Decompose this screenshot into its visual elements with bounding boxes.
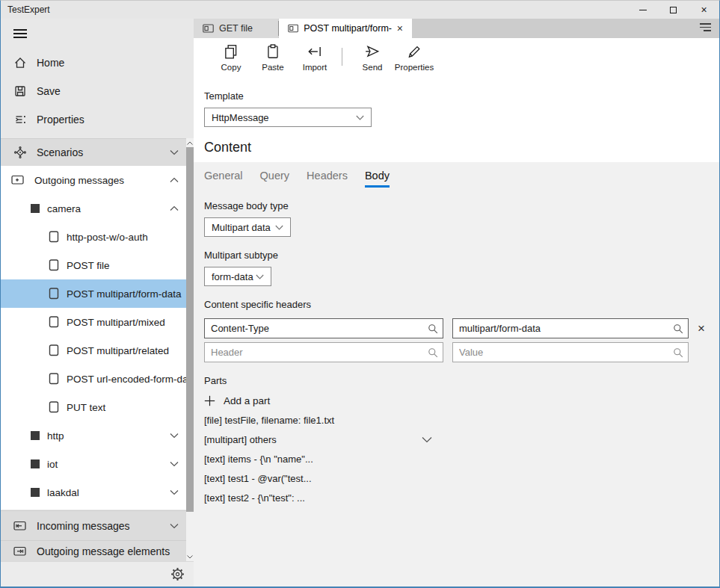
sidebar-scrollbar[interactable] [186, 138, 194, 561]
outgoing-messages-tree: Outgoing messages camera http-post-w/o-a… [1, 166, 194, 510]
tree-group-iot[interactable]: iot [1, 450, 194, 478]
search-icon [673, 347, 683, 358]
properties-button[interactable]: Properties [393, 43, 435, 72]
part-item-text-test2[interactable]: [text] test2 - {\n"test": ... [204, 492, 709, 504]
message-item-icon [49, 344, 59, 356]
header-name-input[interactable] [204, 318, 443, 338]
tree-group-label: http [47, 430, 64, 442]
part-item-text-items[interactable]: [text] items - {\n "name"... [204, 454, 709, 465]
tab-label: POST multipart/form-d [304, 23, 392, 34]
sidebar-item-save[interactable]: Save [1, 77, 194, 105]
message-item-icon [49, 288, 59, 300]
tree-item-label: POST multipart/mixed [67, 317, 165, 328]
section-label: Scenarios [37, 146, 83, 158]
tree-item-label: http-post-w/o-auth [67, 232, 148, 243]
part-item-file-testfile[interactable]: [file] testFile, filename: file1.txt [204, 415, 709, 426]
remove-header-icon[interactable]: × [698, 321, 705, 336]
settings-button[interactable] [170, 567, 185, 581]
tab-post-multipart-form-data[interactable]: POST multipart/form-d × [279, 19, 412, 38]
template-section: Template HttpMessage [194, 81, 719, 127]
tree-group-camera[interactable]: camera [1, 194, 194, 223]
tree-group-label: laakdal [47, 487, 79, 498]
send-icon [364, 43, 381, 60]
window-controls: × [627, 1, 719, 19]
tree-group-laakdal[interactable]: laakdal [1, 478, 194, 507]
tree-item-post-file[interactable]: POST file [1, 251, 194, 279]
tree-root-label: Outgoing messages [34, 175, 124, 186]
multipart-subtype-label: Multipart subtype [204, 250, 709, 261]
tree-item-post-multipart-related[interactable]: POST multipart/related [1, 336, 194, 365]
search-icon [428, 324, 438, 334]
chevron-down-icon [356, 115, 364, 120]
tree-item-label: POST multipart/form-data [67, 288, 182, 300]
part-item-text-test1[interactable]: [text] test1 - @var("test... [204, 473, 709, 484]
document-tabstrip: GET file POST multipart/form-d × [194, 19, 719, 38]
tree-item-post-multipart-form-data[interactable]: POST multipart/form-data [1, 279, 194, 308]
message-body-type-dropdown[interactable]: Multipart data [204, 217, 291, 237]
tree-group-http[interactable]: http [1, 421, 194, 450]
tab-close-icon[interactable]: × [397, 22, 403, 34]
parts-label: Parts [204, 375, 709, 386]
minimize-button[interactable] [627, 1, 658, 19]
tab-headers[interactable]: Headers [307, 170, 348, 188]
part-label: [file] testFile, filename: file1.txt [204, 415, 334, 426]
toolbar-label: Copy [221, 63, 241, 72]
folder-icon [31, 488, 40, 497]
import-icon [307, 43, 323, 60]
send-button[interactable]: Send [351, 43, 393, 72]
tree-item-label: PUT text [67, 402, 105, 413]
incoming-messages-icon [13, 520, 27, 532]
tree-item-put-text[interactable]: PUT text [1, 393, 194, 421]
tabstrip-menu-icon[interactable] [700, 23, 711, 31]
content-specific-headers-label: Content specific headers [204, 299, 709, 310]
sidebar-item-home[interactable]: Home [1, 49, 194, 77]
part-item-multipart-others[interactable]: [multipart] others [204, 434, 432, 445]
sidebar-section-outgoing-messages[interactable]: Outgoing messages [1, 166, 194, 194]
sidebar-section-outgoing-message-elements[interactable]: Outgoing message elements [1, 540, 194, 561]
template-dropdown[interactable]: HttpMessage [204, 108, 372, 127]
part-label: [text] test1 - @var("test... [204, 473, 312, 484]
add-part-button[interactable]: Add a part [204, 395, 709, 406]
maximize-icon [670, 7, 677, 13]
tree-item-label: POST file [67, 260, 110, 271]
new-header-name-input[interactable] [204, 342, 443, 362]
scroll-down-icon[interactable] [186, 552, 194, 561]
import-button[interactable]: Import [294, 43, 336, 72]
titlebar: TestExpert × [1, 1, 719, 19]
close-icon: × [701, 4, 707, 16]
tab-body[interactable]: Body [365, 170, 390, 188]
message-item-icon [49, 373, 59, 385]
message-item-icon [49, 316, 59, 328]
scrollbar-thumb[interactable] [186, 147, 194, 512]
sidebar-section-incoming-messages[interactable]: Incoming messages [1, 510, 194, 540]
toolbar-label: Import [303, 63, 327, 72]
hamburger-menu-button[interactable] [13, 27, 27, 40]
sidebar-item-label: Save [37, 85, 61, 97]
search-icon [673, 324, 683, 334]
tab-general[interactable]: General [204, 170, 243, 188]
maximize-button[interactable] [658, 1, 689, 19]
message-tab-icon [203, 24, 214, 33]
paste-button[interactable]: Paste [252, 43, 294, 72]
tab-query[interactable]: Query [260, 170, 290, 188]
close-button[interactable]: × [689, 1, 719, 19]
home-icon [13, 56, 27, 69]
copy-icon [223, 43, 239, 60]
scroll-up-icon[interactable] [186, 138, 194, 147]
sidebar-section-scenarios[interactable]: Scenarios [1, 138, 194, 166]
tree-item-http-post-w-o-auth[interactable]: http-post-w/o-auth [1, 223, 194, 251]
new-header-value-input[interactable] [452, 342, 689, 362]
chevron-down-icon[interactable] [422, 436, 432, 443]
toolbar-label: Properties [395, 63, 434, 72]
header-value-input[interactable] [452, 318, 689, 338]
tree-item-post-url-encoded-form-data[interactable]: POST url-encoded-form-dat [1, 365, 194, 393]
window-title: TestExpert [1, 4, 50, 15]
content-tabs: General Query Headers Body [204, 170, 709, 188]
tab-get-file[interactable]: GET file [194, 19, 278, 38]
copy-button[interactable]: Copy [210, 43, 252, 72]
folder-icon [31, 431, 40, 440]
header-value-field [452, 318, 689, 338]
sidebar-item-properties[interactable]: Properties [1, 105, 194, 134]
tree-item-post-multipart-mixed[interactable]: POST multipart/mixed [1, 308, 194, 336]
multipart-subtype-dropdown[interactable]: form-data [204, 267, 271, 286]
